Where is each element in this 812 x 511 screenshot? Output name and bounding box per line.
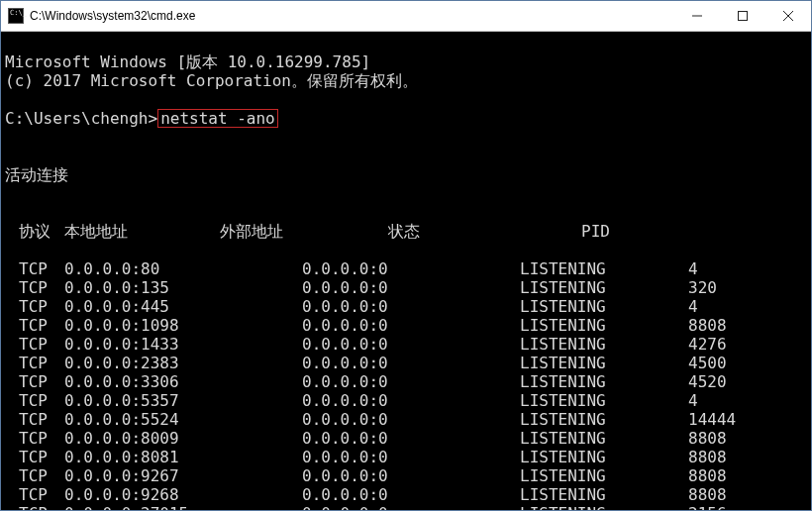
cell-local: 0.0.0.0:5524 bbox=[64, 410, 302, 429]
cell-foreign: 0.0.0.0:0 bbox=[302, 372, 520, 391]
window-controls bbox=[674, 1, 811, 31]
cell-local: 0.0.0.0:27015 bbox=[64, 504, 302, 510]
table-row: TCP0.0.0.0:445 0.0.0.0:0 LISTENING 4 bbox=[5, 297, 807, 316]
table-row: TCP0.0.0.0:9268 0.0.0.0:0 LISTENING 8808 bbox=[5, 485, 807, 504]
table-row: TCP0.0.0.0:8009 0.0.0.0:0 LISTENING 8808 bbox=[5, 429, 807, 448]
cell-state: LISTENING bbox=[520, 410, 688, 429]
close-button[interactable] bbox=[765, 1, 811, 31]
table-row: TCP0.0.0.0:5524 0.0.0.0:0 LISTENING 1444… bbox=[5, 410, 807, 429]
cell-proto: TCP bbox=[5, 466, 64, 485]
cell-proto: TCP bbox=[5, 448, 64, 466]
cell-pid: 8808 bbox=[688, 429, 767, 448]
cell-proto: TCP bbox=[5, 504, 64, 510]
command-text: netstat -ano bbox=[157, 109, 278, 128]
cell-state: LISTENING bbox=[520, 448, 688, 466]
cell-pid: 320 bbox=[688, 278, 767, 297]
cell-pid: 8808 bbox=[688, 316, 767, 335]
cell-foreign: 0.0.0.0:0 bbox=[302, 485, 520, 504]
cell-pid: 4520 bbox=[688, 372, 767, 391]
cell-proto: TCP bbox=[5, 391, 64, 410]
cell-proto: TCP bbox=[5, 259, 64, 278]
cell-local: 0.0.0.0:9268 bbox=[64, 485, 302, 504]
cell-pid: 4500 bbox=[688, 354, 767, 372]
cell-state: LISTENING bbox=[520, 316, 688, 335]
window-title: C:\Windows\system32\cmd.exe bbox=[30, 9, 674, 23]
cell-pid: 8808 bbox=[688, 448, 767, 466]
table-header: 协议本地地址外部地址状态PID bbox=[5, 222, 807, 241]
cell-local: 0.0.0.0:5357 bbox=[64, 391, 302, 410]
maximize-button[interactable] bbox=[720, 1, 765, 31]
cell-pid: 4 bbox=[688, 259, 767, 278]
table-row: TCP0.0.0.0:1433 0.0.0.0:0 LISTENING 4276 bbox=[5, 335, 807, 354]
cell-pid: 4 bbox=[688, 391, 767, 410]
cell-local: 0.0.0.0:445 bbox=[64, 297, 302, 316]
header-proto: 协议 bbox=[5, 222, 64, 241]
cell-state: LISTENING bbox=[520, 466, 688, 485]
cell-foreign: 0.0.0.0:0 bbox=[302, 466, 520, 485]
cell-pid: 8808 bbox=[688, 466, 767, 485]
cell-proto: TCP bbox=[5, 354, 64, 372]
cell-pid: 8808 bbox=[688, 485, 767, 504]
table-row: TCP0.0.0.0:5357 0.0.0.0:0 LISTENING 4 bbox=[5, 391, 807, 410]
cell-local: 0.0.0.0:80 bbox=[64, 259, 302, 278]
cell-foreign: 0.0.0.0:0 bbox=[302, 278, 520, 297]
minimize-button[interactable] bbox=[674, 1, 720, 31]
cell-proto: TCP bbox=[5, 410, 64, 429]
cell-pid: 14444 bbox=[688, 410, 767, 429]
cell-local: 0.0.0.0:1433 bbox=[64, 335, 302, 354]
cell-foreign: 0.0.0.0:0 bbox=[302, 410, 520, 429]
table-row: TCP0.0.0.0:80 0.0.0.0:0 LISTENING 4 bbox=[5, 259, 807, 278]
cell-local: 0.0.0.0:3306 bbox=[64, 372, 302, 391]
cell-pid: 4 bbox=[688, 297, 767, 316]
cell-state: LISTENING bbox=[520, 504, 688, 510]
table-row: TCP0.0.0.0:3306 0.0.0.0:0 LISTENING 4520 bbox=[5, 372, 807, 391]
cell-proto: TCP bbox=[5, 297, 64, 316]
table-row: TCP0.0.0.0:8081 0.0.0.0:0 LISTENING 8808 bbox=[5, 448, 807, 466]
cell-local: 0.0.0.0:135 bbox=[64, 278, 302, 297]
cell-foreign: 0.0.0.0:0 bbox=[302, 316, 520, 335]
cell-state: LISTENING bbox=[520, 391, 688, 410]
cell-pid: 4276 bbox=[688, 335, 767, 354]
cell-proto: TCP bbox=[5, 372, 64, 391]
cell-proto: TCP bbox=[5, 429, 64, 448]
header-foreign: 外部地址 bbox=[220, 222, 388, 241]
prompt-path: C:\Users\chengh> bbox=[5, 109, 157, 128]
banner-line-1: Microsoft Windows [版本 10.0.16299.785] bbox=[5, 52, 370, 71]
header-state: 状态 bbox=[388, 222, 581, 241]
cell-state: LISTENING bbox=[520, 278, 688, 297]
cell-local: 0.0.0.0:2383 bbox=[64, 354, 302, 372]
cell-state: LISTENING bbox=[520, 372, 688, 391]
cell-proto: TCP bbox=[5, 485, 64, 504]
cell-local: 0.0.0.0:8009 bbox=[64, 429, 302, 448]
table-row: TCP0.0.0.0:1098 0.0.0.0:0 LISTENING 8808 bbox=[5, 316, 807, 335]
cmd-icon bbox=[8, 8, 24, 24]
window-titlebar[interactable]: C:\Windows\system32\cmd.exe bbox=[1, 1, 811, 32]
header-local: 本地地址 bbox=[64, 222, 220, 241]
cell-foreign: 0.0.0.0:0 bbox=[302, 297, 520, 316]
cell-state: LISTENING bbox=[520, 485, 688, 504]
terminal-output[interactable]: Microsoft Windows [版本 10.0.16299.785] (c… bbox=[1, 32, 811, 510]
table-row: TCP0.0.0.0:9267 0.0.0.0:0 LISTENING 8808 bbox=[5, 466, 807, 485]
cell-foreign: 0.0.0.0:0 bbox=[302, 448, 520, 466]
prompt-line: C:\Users\chengh>netstat -ano bbox=[5, 109, 807, 128]
cell-foreign: 0.0.0.0:0 bbox=[302, 504, 520, 510]
cell-proto: TCP bbox=[5, 316, 64, 335]
cell-foreign: 0.0.0.0:0 bbox=[302, 354, 520, 372]
table-row: TCP0.0.0.0:27015 0.0.0.0:0 LISTENING 215… bbox=[5, 504, 807, 510]
cell-pid: 2156 bbox=[688, 504, 767, 510]
cell-proto: TCP bbox=[5, 335, 64, 354]
banner-line-2: (c) 2017 Microsoft Corporation。保留所有权利。 bbox=[5, 71, 418, 90]
table-row: TCP0.0.0.0:2383 0.0.0.0:0 LISTENING 4500 bbox=[5, 354, 807, 372]
cell-local: 0.0.0.0:1098 bbox=[64, 316, 302, 335]
cell-local: 0.0.0.0:8081 bbox=[64, 448, 302, 466]
cell-proto: TCP bbox=[5, 278, 64, 297]
header-pid: PID bbox=[581, 222, 610, 241]
cell-foreign: 0.0.0.0:0 bbox=[302, 259, 520, 278]
cell-foreign: 0.0.0.0:0 bbox=[302, 335, 520, 354]
cell-state: LISTENING bbox=[520, 429, 688, 448]
cell-state: LISTENING bbox=[520, 259, 688, 278]
cell-local: 0.0.0.0:9267 bbox=[64, 466, 302, 485]
cell-state: LISTENING bbox=[520, 297, 688, 316]
cell-state: LISTENING bbox=[520, 335, 688, 354]
svg-rect-1 bbox=[739, 12, 748, 21]
